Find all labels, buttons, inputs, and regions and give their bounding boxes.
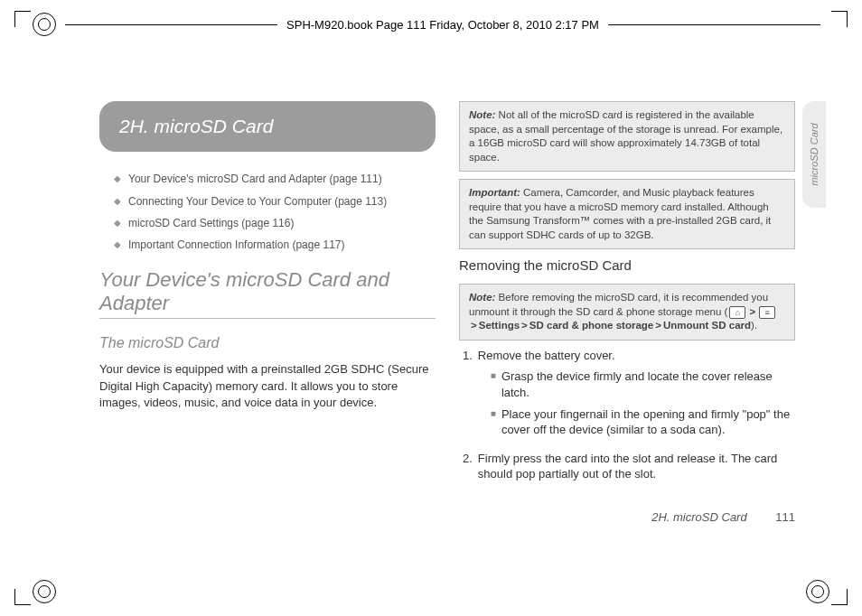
bullet-diamond-icon: ◆ (114, 172, 121, 186)
bullet-square-icon: ■ (491, 406, 496, 438)
breadcrumb-separator-icon: > (653, 320, 663, 331)
step-number: 1. (463, 348, 473, 443)
step-text: Remove the battery cover. (478, 349, 615, 362)
step-item: 1. Remove the battery cover. ■Grasp the … (463, 348, 795, 443)
breadcrumb-separator-icon: > (747, 306, 757, 317)
subsection-heading: Removing the microSD Card (459, 257, 795, 275)
side-tab: microSD Card (802, 101, 826, 208)
footer-section: 2H. microSD Card (651, 510, 746, 524)
framemaker-icon (33, 13, 56, 36)
step-item: 2. Firmly press the card into the slot a… (463, 451, 795, 482)
crop-mark-tr (831, 11, 848, 27)
subsection-heading: The microSD Card (99, 333, 436, 353)
chapter-banner: 2H. microSD Card (99, 101, 436, 152)
toc-label: Important Connection Information (page 1… (128, 238, 344, 252)
note-callout: Note: Not all of the microSD card is reg… (459, 101, 795, 172)
important-callout: Important: Camera, Camcorder, and Music … (459, 179, 795, 249)
bullet-diamond-icon: ◆ (114, 216, 121, 230)
step-list: 1. Remove the battery cover. ■Grasp the … (463, 348, 795, 482)
body-text: Your device is equipped with a preinstal… (99, 361, 436, 411)
callout-text: ). (751, 320, 757, 331)
framemaker-icon (806, 580, 829, 603)
pasteboard-header: SPH-M920.book Page 111 Friday, October 8… (286, 18, 599, 32)
pasteboard-rule (65, 24, 277, 25)
step-number: 2. (463, 451, 473, 482)
toc-item: ◆Connecting Your Device to Your Computer… (114, 194, 436, 209)
footer-page-number: 111 (775, 510, 795, 524)
chapter-title: 2H. microSD Card (119, 114, 416, 139)
bullet-square-icon: ■ (491, 369, 496, 400)
step-text: Firmly press the card into the slot and … (478, 451, 795, 482)
breadcrumb-separator-icon: > (520, 320, 529, 331)
toc-item: ◆Important Connection Information (page … (114, 238, 436, 252)
callout-label: Note: (469, 292, 495, 303)
crop-mark-br (831, 589, 848, 605)
side-tab-label: microSD Card (809, 123, 820, 185)
home-key-icon: ⌂ (729, 306, 745, 319)
section-heading: Your Device's microSD Card and Adapter (99, 268, 436, 319)
substep-text: Place your fingernail in the opening and… (501, 406, 795, 438)
toc-label: microSD Card Settings (page 116) (128, 216, 294, 230)
crop-mark-tl (14, 11, 31, 27)
crop-mark-bl (14, 589, 31, 605)
page-footer: 2H. microSD Card 111 (651, 509, 795, 526)
substep-text: Grasp the device firmly and locate the c… (501, 369, 795, 400)
callout-text: Not all of the microSD card is registere… (469, 109, 782, 163)
substep-item: ■Grasp the device firmly and locate the … (491, 369, 795, 400)
callout-label: Important: (469, 187, 520, 198)
toc-item: ◆microSD Card Settings (page 116) (114, 216, 436, 230)
substep-item: ■Place your fingernail in the opening an… (491, 406, 795, 438)
menu-key-icon: ≡ (759, 306, 775, 319)
callout-text: Before removing the microSD card, it is … (469, 292, 768, 317)
menu-path: SD card & phone storage (529, 320, 653, 331)
pasteboard-rule (608, 24, 820, 25)
breadcrumb-separator-icon: > (469, 320, 479, 331)
note-callout: Note: Before removing the microSD card, … (459, 284, 795, 341)
menu-path: Unmount SD card (663, 320, 751, 331)
toc-label: Connecting Your Device to Your Computer … (128, 194, 387, 209)
bullet-diamond-icon: ◆ (114, 194, 121, 209)
callout-label: Note: (469, 109, 495, 120)
framemaker-icon (33, 580, 56, 603)
toc-label: Your Device's microSD Card and Adapter (… (128, 172, 382, 186)
toc: ◆Your Device's microSD Card and Adapter … (114, 172, 436, 252)
menu-path: Settings (479, 320, 520, 331)
toc-item: ◆Your Device's microSD Card and Adapter … (114, 172, 436, 186)
bullet-diamond-icon: ◆ (114, 238, 121, 252)
